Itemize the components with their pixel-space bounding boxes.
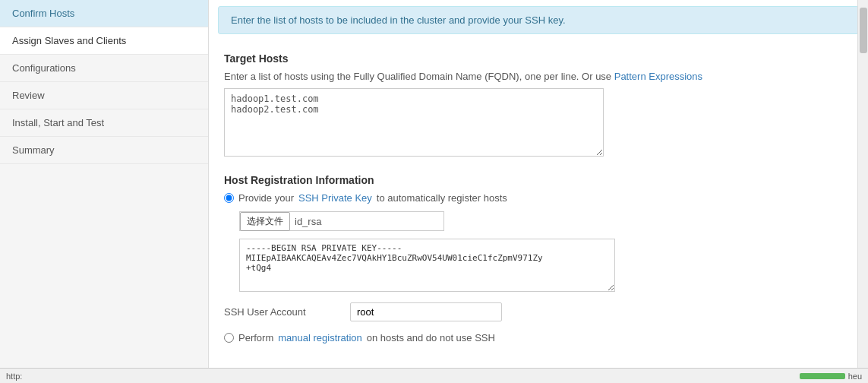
radio-manual-row: Perform manual registration on hosts and… — [224, 332, 853, 343]
file-name-display: id_rsa — [290, 216, 321, 227]
progress-bar — [800, 373, 845, 379]
sidebar: Confirm Hosts Assign Slaves and Clients … — [0, 0, 209, 383]
sidebar-item-review[interactable]: Review — [0, 82, 208, 109]
ssh-user-input[interactable] — [350, 302, 502, 321]
sidebar-item-summary[interactable]: Summary — [0, 137, 208, 164]
sidebar-item-configurations[interactable]: Configurations — [0, 55, 208, 82]
pattern-expressions-link[interactable]: Pattern Expressions — [614, 71, 702, 82]
scrollbar-thumb[interactable] — [860, 8, 867, 53]
main-content: Enter the list of hosts to be included i… — [209, 0, 868, 383]
radio-ssh[interactable] — [224, 193, 234, 203]
ssh-user-label: SSH User Account — [224, 306, 338, 318]
ssh-user-row: SSH User Account — [224, 302, 853, 321]
scrollbar-track[interactable] — [857, 0, 868, 383]
hosts-textarea[interactable] — [224, 88, 604, 157]
ssh-private-key-link[interactable]: SSH Private Key — [298, 192, 372, 204]
status-url: http: — [6, 372, 22, 381]
target-hosts-title: Target Hosts — [224, 52, 853, 65]
hosts-description: Enter a list of hosts using the Fully Qu… — [224, 71, 853, 82]
file-input-container: 选择文件 id_rsa — [239, 211, 444, 231]
status-right: heu — [800, 372, 862, 381]
choose-file-button[interactable]: 选择文件 — [240, 212, 290, 231]
file-chooser-row: 选择文件 id_rsa — [239, 211, 853, 231]
registration-section: Host Registration Information Provide yo… — [224, 174, 853, 343]
status-bar: http: heu — [0, 368, 868, 383]
private-key-textarea[interactable] — [239, 239, 615, 292]
radio-manual[interactable] — [224, 333, 234, 343]
status-right-text: heu — [848, 372, 862, 381]
radio-ssh-row: Provide your SSH Private Key to automati… — [224, 192, 853, 204]
sidebar-item-assign-slaves[interactable]: Assign Slaves and Clients — [0, 27, 208, 55]
info-banner: Enter the list of hosts to be included i… — [218, 6, 859, 34]
registration-title: Host Registration Information — [224, 174, 853, 186]
content-area: Target Hosts Enter a list of hosts using… — [209, 43, 868, 359]
sidebar-item-install[interactable]: Install, Start and Test — [0, 109, 208, 137]
manual-registration-link[interactable]: manual registration — [278, 332, 362, 343]
hosts-textarea-wrapper — [224, 88, 604, 157]
sidebar-item-confirm-hosts[interactable]: Confirm Hosts — [0, 0, 208, 27]
